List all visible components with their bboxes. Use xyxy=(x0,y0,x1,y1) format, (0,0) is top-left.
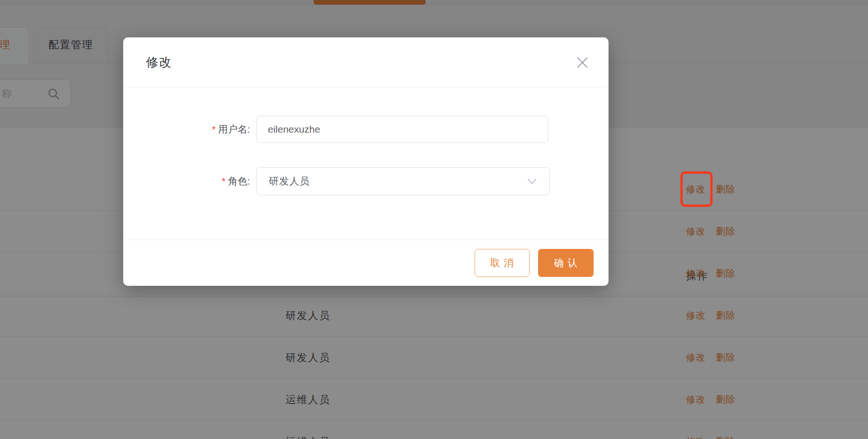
role-select-value: 研发人员 xyxy=(269,168,310,195)
username-input[interactable] xyxy=(257,116,548,142)
role-label: *角色: xyxy=(179,167,250,195)
username-label-text: 用户名: xyxy=(218,124,250,135)
dialog-header: 修改 xyxy=(123,37,609,87)
close-button[interactable] xyxy=(575,55,590,70)
role-select[interactable]: 研发人员 xyxy=(256,167,550,195)
required-mark: * xyxy=(222,176,225,186)
role-label-text: 角色: xyxy=(228,176,250,186)
confirm-button[interactable]: 确 认 xyxy=(538,249,594,277)
chevron-down-icon xyxy=(527,177,537,187)
app-root: 理 配置管理 操作 修改删除 修改删除 修改删除 研发人员 修改删除 xyxy=(0,0,868,439)
dialog-title: 修改 xyxy=(146,37,172,87)
cancel-button[interactable]: 取 消 xyxy=(475,249,530,277)
username-label: *用户名: xyxy=(179,116,250,143)
edit-dialog: 修改 *用户名: *角色: 研发人员 取 消 确 认 xyxy=(123,37,609,286)
dialog-footer: 取 消 确 认 xyxy=(123,240,609,286)
username-field-wrap xyxy=(256,116,548,143)
close-icon xyxy=(575,55,590,70)
required-mark: * xyxy=(212,124,216,135)
